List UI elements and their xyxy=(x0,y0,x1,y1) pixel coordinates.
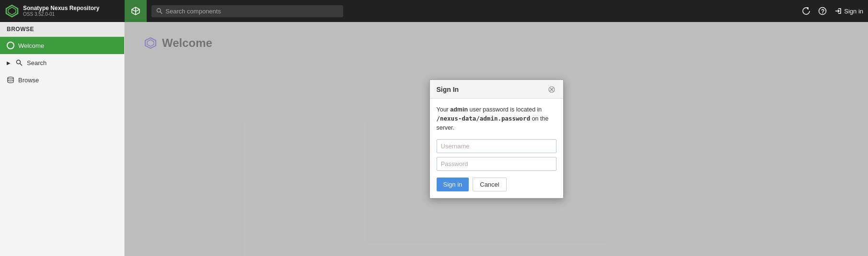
help-icon: ? xyxy=(818,7,827,15)
signin-dialog: Sign In Your admin user password is loca… xyxy=(429,79,564,198)
signin-button[interactable]: Sign in xyxy=(437,178,469,191)
sidebar-header: Browse xyxy=(0,22,124,37)
brand-version: OSS 3.52.0-01 xyxy=(23,11,99,17)
sidebar-item-welcome[interactable]: Welcome xyxy=(0,37,124,54)
box-icon xyxy=(131,6,140,16)
sidebar-item-welcome-label: Welcome xyxy=(18,42,44,49)
nav-icon-button[interactable] xyxy=(125,0,147,22)
svg-point-2 xyxy=(157,9,161,12)
dialog-title: Sign In xyxy=(437,86,459,93)
dialog-header: Sign In xyxy=(430,80,563,99)
help-button[interactable]: ? xyxy=(818,7,827,15)
dialog-message-path: /nexus-data/admin.password xyxy=(437,115,531,122)
signin-nav-button[interactable]: Sign in xyxy=(834,7,863,15)
svg-point-8 xyxy=(8,77,13,79)
username-input[interactable] xyxy=(437,139,556,153)
sidebar-item-browse-label: Browse xyxy=(18,77,39,84)
sidebar-item-search[interactable]: ▶ Search xyxy=(0,54,124,71)
sidebar-item-browse[interactable]: Browse xyxy=(0,71,124,89)
cancel-button[interactable]: Cancel xyxy=(473,178,506,191)
search-bar xyxy=(151,5,343,17)
dialog-message-bold-admin: admin xyxy=(450,106,468,113)
sidebar-item-search-label: Search xyxy=(27,59,46,67)
brand: Sonatype Nexus Repository OSS 3.52.0-01 xyxy=(5,4,120,18)
search-icon xyxy=(15,59,23,67)
svg-marker-1 xyxy=(8,7,16,15)
brand-text: Sonatype Nexus Repository OSS 3.52.0-01 xyxy=(23,5,99,17)
search-icon xyxy=(156,8,162,14)
signin-nav-label: Sign in xyxy=(844,8,863,15)
search-expand-arrow-icon: ▶ xyxy=(7,60,11,66)
database-icon xyxy=(7,76,14,84)
dialog-body: Your admin user password is located in /… xyxy=(430,99,563,198)
signin-icon xyxy=(834,7,842,15)
sidebar: Browse Welcome ▶ Search xyxy=(0,22,125,256)
brand-title: Sonatype Nexus Repository xyxy=(23,5,99,11)
search-input[interactable] xyxy=(165,8,338,15)
refresh-button[interactable] xyxy=(802,7,810,15)
layout: Browse Welcome ▶ Search xyxy=(0,0,868,256)
password-input[interactable] xyxy=(437,157,556,171)
svg-line-3 xyxy=(160,11,162,13)
modal-overlay: Sign In Your admin user password is loca… xyxy=(125,22,868,256)
navbar-right: ? Sign in xyxy=(802,7,863,15)
dialog-close-button[interactable] xyxy=(547,85,556,94)
dialog-actions: Sign in Cancel xyxy=(437,178,556,191)
svg-line-7 xyxy=(20,64,23,66)
brand-logo-icon xyxy=(5,4,19,18)
svg-text:?: ? xyxy=(821,8,824,15)
close-icon xyxy=(548,86,555,93)
dialog-message: Your admin user password is located in /… xyxy=(437,105,556,132)
svg-point-6 xyxy=(17,60,21,64)
welcome-icon xyxy=(7,42,14,49)
refresh-icon xyxy=(802,7,810,15)
navbar: Sonatype Nexus Repository OSS 3.52.0-01 … xyxy=(0,0,868,22)
main-content: Welcome Sign In Your adm xyxy=(125,22,868,256)
